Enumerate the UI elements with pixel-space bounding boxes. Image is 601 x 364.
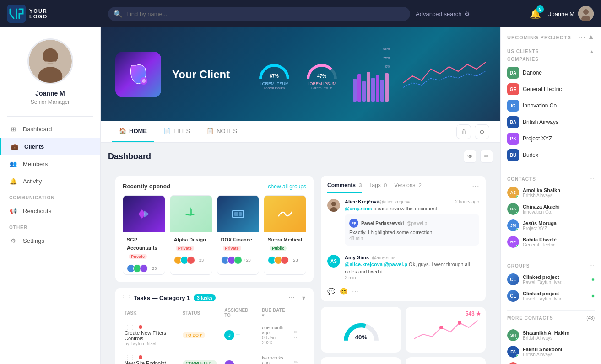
company-item-5[interactable]: BU Budex (507, 147, 595, 163)
more-task-0[interactable]: ⋯ (294, 335, 299, 341)
project-avatars-1: +23 (170, 254, 212, 266)
group-item-0[interactable]: CL Clinked project Pawel, Tayfun, Ivar..… (507, 271, 595, 288)
reply-button[interactable]: 💬 (327, 288, 335, 295)
tab-versions[interactable]: Versions 2 (394, 182, 421, 193)
project-badge-0: Private (129, 254, 147, 259)
company-item-0[interactable]: DA Danone (507, 64, 595, 81)
tasks-header-left: ⋮⋮ Tasks — Category 1 3 tasks (121, 294, 216, 301)
comments-more-button[interactable]: ⋯ (472, 182, 479, 193)
mini-chart-value: 543 ★ (466, 310, 481, 317)
more-comment-button[interactable]: ⋯ (352, 288, 358, 295)
table-row[interactable]: ⋮⋮ Create New Filters Controls by Tayfun… (121, 320, 308, 350)
contact-item-2[interactable]: JM Jesús Moruga Project XYZ (507, 217, 595, 234)
sidebar-item-reachouts[interactable]: 📢 Reachouts (0, 202, 100, 219)
project-card-0[interactable]: SGP Accountants Private +23 (123, 195, 165, 275)
delete-button[interactable]: 🗑 (456, 124, 471, 139)
contacts-section: CONTACTS ⋯ AS Amolika Shaikh British Air… (501, 173, 601, 254)
tasks-collapse-button[interactable]: ▾ (299, 293, 308, 302)
show-all-groups-link[interactable]: show all groups (268, 183, 306, 190)
settings-tab-button[interactable]: ⚙ (475, 124, 489, 139)
tab-tags[interactable]: Tags 0 (369, 182, 387, 193)
notifications-button[interactable]: 🔔 5 (530, 8, 541, 19)
mini-line-svg-pink (414, 314, 478, 346)
tab-comments[interactable]: Comments 3 (327, 182, 362, 193)
assigned-cell-1: H (221, 350, 258, 364)
companies-label: COMPANIES ⋯ (507, 57, 595, 62)
status-badge-0[interactable]: TO DO ▾ (183, 332, 206, 338)
tab-files[interactable]: 📄 FILES (156, 121, 197, 142)
company-item-3[interactable]: BA British Airways (507, 114, 595, 130)
mini-chart-area-purple (321, 357, 401, 364)
edit-task-0[interactable]: ✏ (294, 329, 298, 335)
contact-item-0[interactable]: AS Amolika Shaikh British Airways (507, 184, 595, 201)
comment-text-1: @alice.krejcova @pawel.p Ok, guys. I wen… (345, 261, 479, 275)
company-item-1[interactable]: GE General Electric (507, 81, 595, 97)
project-name-1: Alpha Design (174, 237, 206, 242)
tab-home[interactable]: 🏠 HOME (112, 121, 154, 142)
project-card-1[interactable]: Alpha Design Private +23 (170, 195, 212, 275)
svg-rect-11 (353, 79, 357, 102)
contact-info-1: Chinaza Akachi Innovation Co. (523, 204, 595, 214)
rs-collapse-button[interactable]: ▲ (587, 33, 595, 42)
add-assignee-0[interactable]: + (236, 330, 240, 338)
client-tabs: 🏠 HOME 📄 FILES 📋 NOTES 🗑 ⚙ (101, 121, 500, 143)
search-icon: 🔍 (114, 10, 123, 18)
view-button[interactable]: 👁 (464, 150, 476, 163)
sidebar-item-members[interactable]: 👥 Members (0, 155, 100, 172)
svg-rect-16 (376, 75, 379, 102)
table-row[interactable]: ⋮⋮ New Site Endpoint (change n by Homura… (121, 350, 308, 364)
tasks-table: TASK STATUS ASSIGNED TO DUE DATE ▾ (121, 306, 308, 364)
user-info[interactable]: Joanne M (548, 6, 594, 21)
comment-author-0: Alice Krejčová (345, 199, 379, 204)
contact-company-2: Project XYZ (523, 226, 595, 231)
edit-button[interactable]: ✏ (480, 150, 493, 163)
bar-chart-svg (351, 70, 392, 102)
tab-notes[interactable]: 📋 NOTES (199, 121, 244, 142)
group-item-1[interactable]: CL Clinked project Pawel, Tayfun, Ivar..… (507, 288, 595, 304)
edit-task-1[interactable]: ✏ (294, 359, 298, 364)
more-contact-1[interactable]: FS Fakhri Shokoohi British Airways (507, 343, 595, 360)
sidebar-item-dashboard[interactable]: ⊞ Dashboard (0, 120, 100, 138)
emoji-button[interactable]: 😊 (340, 288, 347, 295)
companies-more[interactable]: ⋯ (590, 57, 595, 62)
contact-item-3[interactable]: BE Babila Ebwelé General Electric (507, 234, 595, 250)
comment-handle-1: @amy.sims (372, 255, 395, 260)
status-badge-1[interactable]: COMPLETED ▾ (183, 360, 217, 364)
groups-more[interactable]: ⋯ (590, 263, 595, 268)
contact-name-0: Amolika Shaikh (523, 187, 595, 193)
tasks-more-button[interactable]: ⋯ (287, 293, 296, 302)
mini-chart-gauge: 40% (321, 307, 401, 353)
recently-opened-header: Recently opened show all groups (123, 183, 306, 190)
logo-icon (7, 5, 26, 23)
us-clients-collapse[interactable]: ▲ (590, 49, 595, 54)
sidebar-item-settings[interactable]: ⚙ Settings (0, 232, 100, 249)
project-card-3[interactable]: Sierra Medical Public +23 (264, 195, 306, 275)
section-header: Dashboard 👁 ✏ (108, 150, 493, 163)
contact-info-0: Amolika Shaikh British Airways (523, 187, 595, 198)
project-thumb-3 (264, 196, 306, 232)
svg-point-27 (458, 321, 461, 325)
right-sidebar-actions: ⋯ ▲ (578, 33, 595, 42)
project-card-2[interactable]: DOX Finance Private +23 (217, 195, 260, 275)
notes-icon: 📋 (206, 128, 214, 134)
profile-name: Joanne M (35, 90, 65, 97)
sidebar-item-clients[interactable]: 💼 Clients (0, 138, 100, 155)
contact-item-1[interactable]: CA Chinaza Akachi Innovation Co. (507, 201, 595, 217)
advanced-search-button[interactable]: Advanced search ⚙ (416, 10, 470, 17)
project-thumb-1 (170, 196, 212, 232)
company-item-2[interactable]: IC Innovation Co. (507, 97, 595, 114)
recently-opened-card: Recently opened show all groups (115, 176, 314, 282)
search-input[interactable] (108, 7, 410, 21)
sidebar-item-label: Members (23, 161, 48, 167)
contacts-more[interactable]: ⋯ (590, 177, 595, 182)
tab-actions: 🗑 ⚙ (456, 124, 489, 139)
sidebar-item-activity[interactable]: 🔔 Activity (0, 172, 100, 190)
row-drag-handle[interactable]: ⋮⋮ (125, 354, 135, 360)
company-item-4[interactable]: PX Project XYZ (507, 130, 595, 147)
more-contact-2[interactable]: BN Benito Noboa British Airways (507, 360, 595, 364)
drag-handle[interactable]: ⋮⋮ (121, 294, 132, 301)
comment-time-0: 2 hours ago (455, 199, 479, 204)
more-contact-0[interactable]: SH Shaamikh Al Hakim British Airways (507, 327, 595, 343)
rs-more-button[interactable]: ⋯ (578, 33, 585, 42)
row-drag-handle[interactable]: ⋮⋮ (125, 324, 135, 330)
